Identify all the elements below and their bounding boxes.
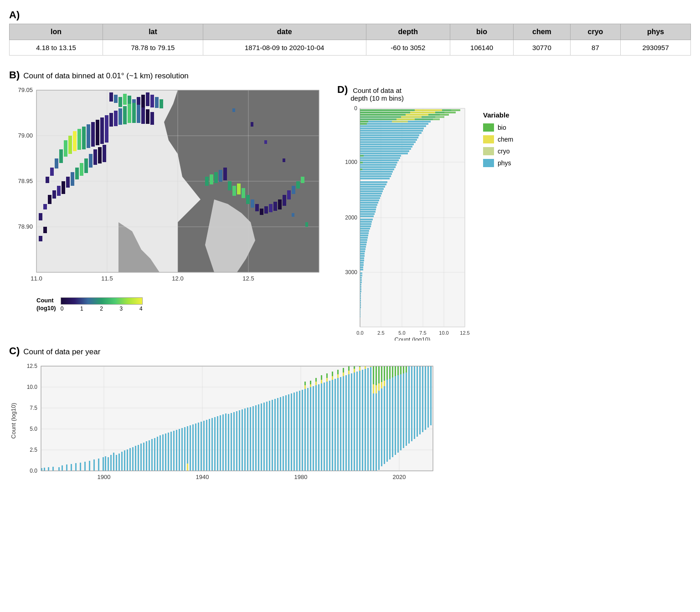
table-header-row: lon lat date depth bio chem cryo phys	[10, 24, 691, 40]
table-data-row: 4.18 to 13.15 78.78 to 79.15 1871-08-09 …	[10, 40, 691, 56]
svg-rect-326	[288, 394, 289, 471]
svg-text:12.5: 12.5	[242, 275, 254, 282]
svg-rect-362	[332, 376, 333, 380]
svg-rect-406	[378, 366, 380, 383]
svg-rect-129	[360, 139, 417, 141]
svg-text:2.5: 2.5	[377, 330, 384, 336]
svg-text:Count
(log10): Count (log10)	[10, 403, 17, 439]
svg-rect-64	[141, 107, 145, 124]
svg-rect-374	[326, 373, 328, 378]
svg-rect-202	[360, 272, 362, 274]
svg-rect-136	[360, 109, 460, 111]
svg-rect-25	[80, 163, 83, 176]
legend-chem-label: chem	[498, 136, 513, 143]
svg-rect-61	[128, 104, 131, 123]
svg-rect-79	[260, 209, 263, 215]
legend-bio-item: bio	[483, 123, 513, 132]
svg-rect-279	[160, 435, 161, 471]
svg-rect-134	[360, 150, 409, 152]
svg-rect-280	[162, 434, 164, 471]
svg-rect-209	[360, 288, 361, 290]
svg-rect-259	[105, 456, 106, 471]
col-date: date	[203, 24, 366, 40]
svg-rect-390	[395, 366, 396, 455]
legend-chem-color	[483, 135, 494, 143]
svg-rect-148	[392, 121, 408, 122]
svg-rect-66	[150, 112, 154, 125]
svg-rect-281	[165, 434, 166, 471]
svg-rect-195	[360, 255, 365, 257]
svg-rect-331	[302, 390, 303, 471]
svg-rect-363	[337, 374, 339, 378]
year-chart: 12.5 10.0 7.5 5.0 2.5 0.0 Count (log10) …	[9, 362, 442, 489]
svg-rect-180	[360, 221, 372, 223]
legend-phys-color	[483, 159, 494, 167]
svg-rect-84	[283, 195, 286, 206]
svg-rect-33	[55, 158, 58, 168]
svg-text:Count (log10): Count (log10)	[395, 336, 431, 341]
svg-rect-333	[307, 388, 309, 471]
svg-text:5.0: 5.0	[398, 330, 405, 336]
svg-rect-35	[64, 140, 67, 157]
svg-rect-267	[127, 449, 128, 471]
svg-rect-183	[360, 228, 370, 230]
svg-rect-221	[360, 316, 360, 317]
svg-rect-74	[237, 184, 241, 194]
section-c-label: C)	[9, 345, 20, 357]
svg-rect-137	[360, 112, 456, 113]
svg-text:11.5: 11.5	[101, 275, 113, 282]
svg-rect-54	[150, 95, 154, 107]
cell-lon: 4.18 to 13.15	[10, 40, 103, 56]
svg-rect-295	[203, 421, 205, 471]
svg-rect-413	[397, 366, 399, 375]
svg-rect-173	[360, 204, 377, 206]
svg-rect-159	[360, 178, 390, 179]
svg-rect-336	[315, 385, 317, 471]
svg-rect-306	[233, 412, 235, 471]
svg-rect-270	[135, 446, 136, 471]
svg-rect-276	[151, 439, 153, 471]
legend-cryo-color	[483, 147, 494, 155]
svg-rect-304	[228, 414, 229, 471]
svg-rect-154	[360, 166, 396, 168]
svg-rect-48	[123, 94, 127, 105]
svg-rect-392	[400, 366, 401, 450]
legend-tick-3: 3	[120, 306, 123, 312]
svg-rect-265	[121, 452, 123, 471]
svg-rect-138	[360, 114, 449, 116]
svg-rect-249	[62, 465, 63, 471]
cell-chem: 30770	[514, 40, 571, 56]
svg-rect-203	[360, 275, 362, 276]
svg-rect-356	[370, 367, 371, 471]
svg-rect-133	[360, 148, 411, 150]
svg-rect-416	[406, 366, 407, 372]
svg-rect-176	[360, 211, 376, 213]
svg-rect-319	[269, 401, 270, 471]
svg-rect-126	[360, 132, 422, 134]
svg-rect-364	[343, 372, 344, 376]
svg-rect-24	[75, 168, 79, 179]
section-a: A) lon lat date depth bio chem cryo phys…	[9, 9, 691, 56]
svg-rect-334	[310, 387, 311, 471]
svg-rect-67	[205, 177, 209, 186]
col-bio: bio	[450, 24, 514, 40]
svg-rect-379	[354, 366, 355, 369]
svg-rect-355	[367, 368, 369, 471]
svg-rect-143	[415, 109, 442, 111]
svg-rect-175	[360, 209, 376, 210]
svg-rect-42	[96, 120, 99, 145]
legend-tick-2: 2	[100, 306, 103, 312]
svg-rect-395	[408, 366, 410, 444]
svg-rect-409	[386, 366, 388, 380]
svg-text:2000: 2000	[345, 214, 357, 221]
svg-rect-193	[360, 250, 365, 252]
svg-rect-89	[232, 108, 235, 112]
svg-rect-69	[214, 172, 218, 183]
svg-rect-68	[210, 174, 213, 184]
svg-rect-396	[411, 366, 412, 441]
svg-rect-338	[321, 383, 322, 471]
legend-bio-label: bio	[498, 124, 506, 131]
svg-rect-215	[360, 302, 361, 304]
svg-rect-26	[84, 158, 88, 173]
svg-rect-20	[57, 186, 61, 196]
